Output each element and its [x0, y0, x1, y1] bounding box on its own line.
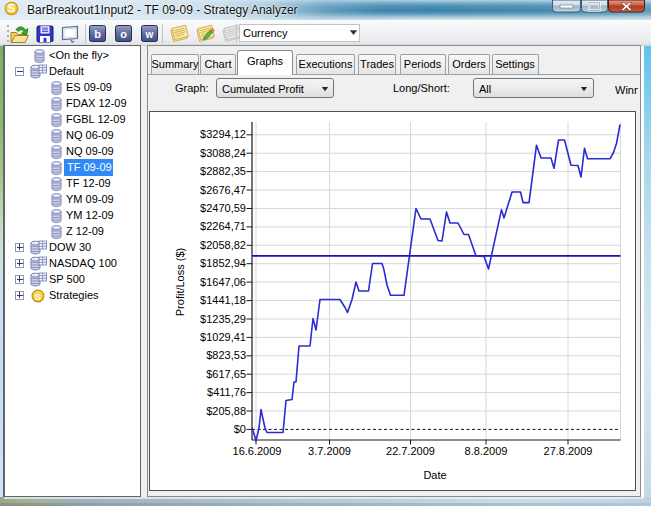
svg-text:Date: Date: [423, 469, 446, 481]
svg-text:$205,88: $205,88: [206, 405, 246, 417]
svg-text:$0: $0: [234, 423, 246, 435]
svg-text:$2470,59: $2470,59: [200, 202, 246, 214]
svg-text:$617,65: $617,65: [206, 368, 246, 380]
svg-text:16.6.2009: 16.6.2009: [233, 445, 282, 457]
svg-text:$3294,12: $3294,12: [200, 128, 246, 140]
svg-text:$1647,06: $1647,06: [200, 276, 246, 288]
svg-text:$2676,47: $2676,47: [200, 184, 246, 196]
svg-text:$2058,82: $2058,82: [200, 239, 246, 251]
svg-text:$3088,24: $3088,24: [200, 147, 246, 159]
svg-text:$1029,41: $1029,41: [200, 331, 246, 343]
svg-text:$823,53: $823,53: [206, 349, 246, 361]
svg-text:27.8.2009: 27.8.2009: [544, 445, 593, 457]
svg-text:Profit/Loss ($): Profit/Loss ($): [174, 248, 186, 316]
svg-text:22.7.2009: 22.7.2009: [386, 445, 435, 457]
svg-text:$411,76: $411,76: [207, 386, 246, 398]
svg-text:$1235,29: $1235,29: [200, 313, 246, 325]
svg-text:8.8.2009: 8.8.2009: [465, 445, 508, 457]
svg-text:$2264,71: $2264,71: [200, 220, 246, 232]
svg-text:3.7.2009: 3.7.2009: [308, 445, 351, 457]
svg-text:$1852,94: $1852,94: [200, 257, 246, 269]
svg-text:$2882,35: $2882,35: [200, 165, 246, 177]
svg-text:$1441,18: $1441,18: [200, 294, 246, 306]
